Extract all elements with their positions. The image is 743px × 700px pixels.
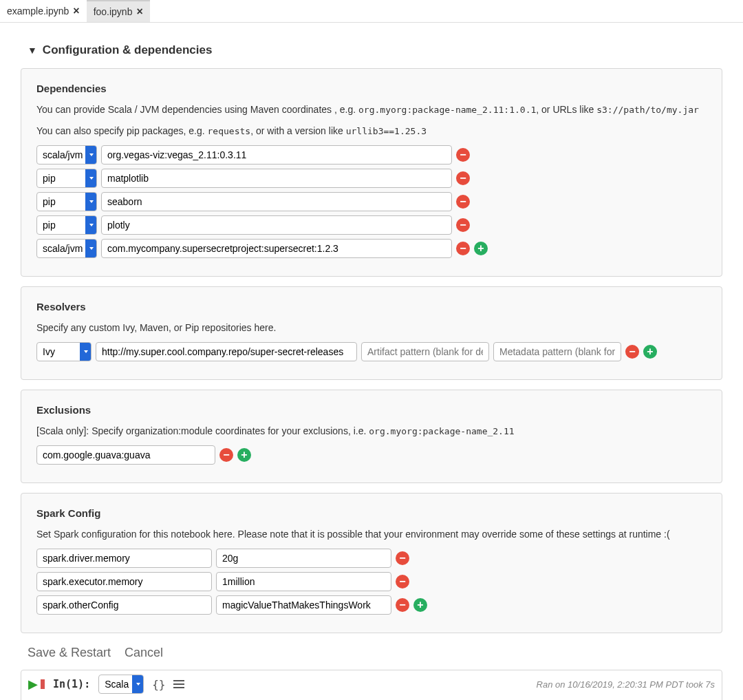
dependencies-desc1: You can provide Scala / JVM dependencies… (36, 103, 707, 117)
exclusion-input[interactable] (36, 445, 215, 465)
add-icon[interactable]: + (413, 598, 427, 612)
cell-status-marker (41, 679, 45, 689)
dependency-value-input[interactable] (101, 145, 452, 165)
code-cell: ▶ In(1): Scala {} Ran on 10/16/2019, 2:2… (21, 670, 722, 700)
dependency-value-input[interactable] (101, 239, 452, 258)
dependency-value-input[interactable] (101, 215, 452, 235)
dependency-type-select[interactable]: pip (36, 192, 97, 211)
dependency-type-select[interactable]: pip (36, 169, 97, 188)
spark-key-input[interactable] (36, 572, 212, 591)
spark-value-input[interactable] (216, 595, 391, 615)
dependency-type-select[interactable]: scala/jvm (36, 239, 97, 258)
spark-row: − (36, 549, 707, 568)
remove-icon[interactable]: − (396, 575, 409, 588)
tab-example[interactable]: example.ipynb × (0, 0, 87, 22)
dependency-row: pip − (36, 192, 707, 211)
in-label: In(1): (53, 678, 90, 690)
dependency-type-select[interactable]: pip (36, 215, 97, 235)
notebook-tabs: example.ipynb × foo.ipynb × (0, 0, 743, 23)
exclusions-desc: [Scala only]: Specify organization:modul… (36, 424, 707, 438)
menu-icon[interactable] (173, 680, 184, 688)
disclosure-triangle-icon[interactable]: ▼ (28, 45, 37, 56)
dependency-value-input[interactable] (101, 192, 452, 211)
tab-label: example.ipynb (7, 6, 69, 17)
spark-row: − + (36, 595, 707, 615)
add-icon[interactable]: + (237, 448, 251, 462)
remove-icon[interactable]: − (219, 448, 233, 462)
remove-icon[interactable]: − (396, 551, 409, 565)
section-title: Configuration & dependencies (43, 43, 213, 57)
dependency-row: scala/jvm − + (36, 239, 707, 258)
resolver-artifact-input[interactable] (361, 342, 489, 361)
add-icon[interactable]: + (643, 345, 657, 359)
remove-icon[interactable]: − (625, 345, 639, 359)
resolver-metadata-input[interactable] (493, 342, 621, 361)
remove-icon[interactable]: − (456, 195, 470, 209)
resolver-type-select[interactable]: Ivy (36, 342, 91, 361)
dependencies-panel: Dependencies You can provide Scala / JVM… (21, 68, 722, 277)
exclusion-row: − + (36, 445, 707, 465)
close-icon[interactable]: × (73, 5, 79, 17)
exclusions-heading: Exclusions (36, 404, 707, 416)
spark-key-input[interactable] (36, 595, 212, 615)
run-icon[interactable]: ▶ (28, 677, 38, 692)
cell-header: ▶ In(1): Scala {} Ran on 10/16/2019, 2:2… (21, 670, 722, 698)
tab-foo[interactable]: foo.ipynb × (87, 0, 150, 22)
resolvers-panel: Resolvers Specify any custom Ivy, Maven,… (21, 286, 722, 380)
spark-row: − (36, 572, 707, 591)
spark-heading: Spark Config (36, 507, 707, 519)
spark-desc: Set Spark configuration for this noteboo… (36, 527, 707, 542)
cell-run-status: Ran on 10/16/2019, 2:20:31 PM PDT took 7… (537, 679, 715, 690)
spark-key-input[interactable] (36, 549, 212, 568)
config-section-header[interactable]: ▼ Configuration & dependencies (28, 43, 722, 57)
add-icon[interactable]: + (474, 242, 488, 255)
dependency-value-input[interactable] (101, 169, 452, 188)
dependencies-desc2: You can also specify pip packages, e.g. … (36, 124, 707, 138)
exclusions-panel: Exclusions [Scala only]: Specify organiz… (21, 390, 722, 483)
kernel-select[interactable]: Scala (98, 675, 144, 694)
spark-value-input[interactable] (216, 549, 391, 568)
resolvers-desc: Specify any custom Ivy, Maven, or Pip re… (36, 321, 707, 335)
spark-value-input[interactable] (216, 572, 391, 591)
close-icon[interactable]: × (136, 6, 142, 18)
braces-icon[interactable]: {} (152, 678, 165, 691)
remove-icon[interactable]: − (456, 148, 470, 162)
spark-config-panel: Spark Config Set Spark configuration for… (21, 493, 722, 633)
dependencies-heading: Dependencies (36, 83, 707, 94)
remove-icon[interactable]: − (456, 218, 470, 232)
tab-label: foo.ipynb (94, 6, 133, 17)
dependency-row: scala/jvm − (36, 145, 707, 165)
dependency-row: pip − (36, 215, 707, 235)
config-actions: Save & Restart Cancel (28, 646, 722, 660)
remove-icon[interactable]: − (456, 242, 470, 255)
remove-icon[interactable]: − (396, 598, 409, 612)
save-restart-button[interactable]: Save & Restart (28, 646, 111, 660)
dependency-type-select[interactable]: scala/jvm (36, 145, 97, 165)
remove-icon[interactable]: − (456, 171, 470, 185)
dependency-row: pip − (36, 169, 707, 188)
cancel-button[interactable]: Cancel (125, 646, 163, 660)
resolvers-heading: Resolvers (36, 301, 707, 312)
resolver-url-input[interactable] (96, 342, 357, 361)
resolver-row: Ivy − + (36, 342, 707, 361)
